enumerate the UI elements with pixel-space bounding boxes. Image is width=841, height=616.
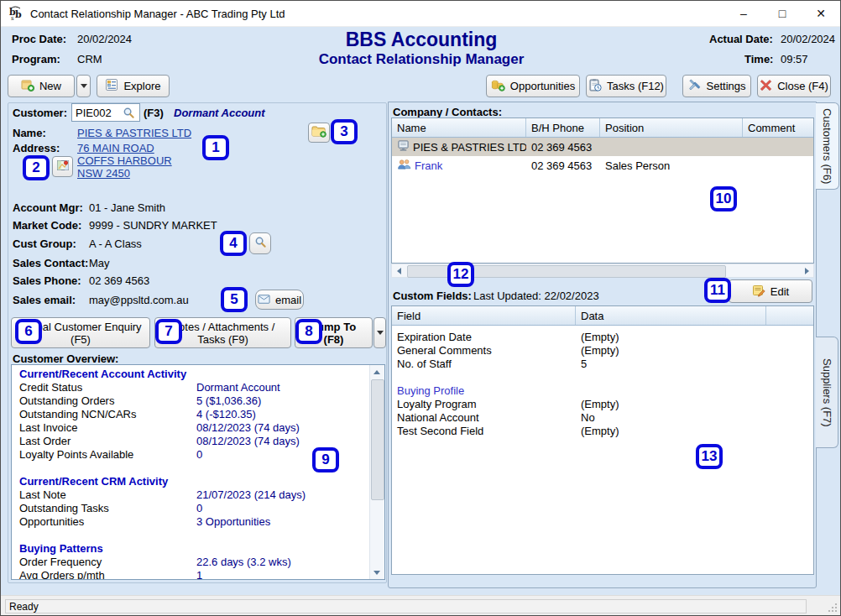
customer-overview-label: Customer Overview:	[13, 352, 118, 365]
settings-button[interactable]: Settings	[682, 75, 751, 97]
custom-field-row[interactable]: Loyalty Program(Empty)	[392, 397, 813, 410]
explore-icon	[105, 78, 118, 94]
window-controls: – □ ✕	[724, 1, 840, 26]
custom-field-row	[392, 370, 813, 384]
tab-suppliers[interactable]: Suppliers (F7)	[816, 337, 838, 448]
callout-4: 4	[220, 231, 247, 256]
contact-row-person[interactable]: Frank 02 369 4563 Sales Person	[392, 156, 813, 175]
callout-9: 9	[312, 447, 339, 472]
custom-fields-table: Field Data Expiration Date(Empty) Genera…	[391, 305, 814, 575]
new-button[interactable]: New	[8, 75, 75, 97]
email-button[interactable]: email	[255, 290, 304, 310]
minimize-button[interactable]: –	[724, 1, 763, 26]
column-header-field[interactable]: Field	[392, 306, 576, 325]
customer-name-link[interactable]: PIES & PASTRIES LTD	[77, 127, 191, 139]
callout-10: 10	[710, 186, 737, 211]
tasks-button[interactable]: Tasks (F12)	[586, 75, 666, 97]
custom-field-row[interactable]: Test Second Field(Empty)	[392, 424, 813, 437]
window-title: Contact Relationship Manager - ABC Tradi…	[30, 8, 285, 20]
scroll-up-arrow[interactable]	[370, 365, 384, 378]
account-status: Dormant Account	[174, 107, 265, 119]
maximize-button[interactable]: □	[763, 1, 802, 26]
company-contacts-label: Company / Contacts:	[393, 106, 502, 118]
custom-field-row-buying-profile[interactable]: Buying Profile	[392, 384, 813, 397]
close-icon	[760, 79, 772, 94]
chevron-down-icon	[377, 331, 384, 335]
custom-fields-last-updated: Last Updated: 22/02/2023	[473, 290, 599, 302]
scroll-down-arrow[interactable]	[370, 566, 384, 579]
contact-name: PIES & PASTRIES LTD	[413, 141, 526, 154]
actual-date-label: Actual Date:	[709, 33, 773, 45]
edit-icon	[752, 284, 765, 300]
contact-phone: 02 369 4563	[526, 159, 600, 172]
scroll-left-arrow[interactable]	[392, 264, 405, 277]
column-header-position[interactable]: Position	[600, 118, 743, 137]
callout-5: 5	[221, 287, 248, 312]
map-button[interactable]	[52, 156, 73, 177]
custom-field-row[interactable]: National AccountNo	[392, 410, 813, 424]
column-header-data[interactable]: Data	[576, 306, 766, 325]
edit-button-label: Edit	[770, 285, 789, 298]
name-label: Name:	[13, 127, 46, 139]
customer-code-field[interactable]	[71, 103, 140, 122]
column-header-phone[interactable]: B/H Phone	[526, 118, 600, 137]
overview-row: Outstanding Orders5 ($1,036.36)	[19, 394, 370, 408]
contact-row-company[interactable]: PIES & PASTRIES LTD 02 369 4563	[392, 138, 813, 156]
svg-text:s: s	[11, 15, 14, 21]
new-dropdown-button[interactable]	[76, 75, 91, 97]
customer-code-input[interactable]	[72, 107, 123, 119]
custom-field-row[interactable]: General Comments(Empty)	[392, 343, 813, 357]
close-f4-button[interactable]: Close (F4)	[757, 75, 831, 97]
overview-section-heading: Buying Patterns	[19, 542, 370, 556]
resize-grip[interactable]	[827, 602, 838, 615]
callout-2: 2	[23, 155, 50, 180]
program-label: Program:	[12, 53, 60, 65]
title-bar: b b s Contact Relationship Manager - ABC…	[1, 1, 840, 27]
custom-field-row[interactable]: Expiration Date(Empty)	[392, 330, 813, 343]
edit-custom-fields-button[interactable]: Edit	[729, 279, 812, 303]
account-mgr-value: 01 - Jane Smith	[89, 201, 165, 214]
new-contact-button[interactable]	[308, 123, 330, 143]
status-bar: Ready	[1, 595, 840, 616]
cust-group-value: A - A Class	[89, 238, 142, 250]
overview-row: Last Note21/07/2023 (214 days)	[19, 488, 370, 502]
opportunities-button[interactable]: Opportunities	[486, 75, 580, 97]
tab-customers[interactable]: Customers (F6)	[816, 102, 839, 190]
callout-1: 1	[202, 135, 229, 160]
app-title: BBS Accounting	[170, 29, 673, 51]
proc-date-value: 20/02/2024	[77, 33, 132, 45]
address-label: Address:	[13, 142, 60, 154]
contact-name-link[interactable]: Frank	[415, 159, 442, 172]
customer-label: Customer:	[13, 107, 67, 119]
custom-field-row[interactable]: No. of Staff5	[392, 357, 813, 370]
explore-button[interactable]: Explore	[97, 75, 170, 97]
search-icon[interactable]	[123, 107, 135, 119]
cust-group-search-button[interactable]	[249, 232, 271, 254]
callout-11: 11	[704, 278, 731, 303]
column-header-comment[interactable]: Comment	[743, 118, 813, 137]
column-header-extra	[766, 306, 813, 325]
cust-group-label: Cust Group:	[13, 238, 76, 250]
address-line-2-link[interactable]: COFFS HARBOUR	[77, 154, 172, 167]
scroll-thumb[interactable]	[371, 379, 384, 500]
address-line-1-link[interactable]: 76 MAIN ROAD	[77, 142, 154, 154]
close-window-button[interactable]: ✕	[802, 1, 840, 26]
svg-text:b: b	[15, 9, 22, 20]
callout-8: 8	[295, 319, 322, 344]
overview-scrollbar[interactable]	[369, 365, 384, 579]
overview-row: Credit StatusDormant Account	[19, 381, 370, 394]
market-code-value: 9999 - SUNDRY MARKET	[89, 219, 217, 232]
close-f4-label: Close (F4)	[777, 80, 828, 92]
sales-email-label: Sales email:	[13, 294, 76, 306]
address-line-3-link[interactable]: NSW 2450	[77, 167, 130, 180]
overview-row: Last Order08/12/2023 (74 days)	[19, 435, 370, 448]
contact-position: Sales Person	[600, 159, 743, 172]
status-message: Ready	[5, 599, 807, 613]
scroll-right-arrow[interactable]	[800, 264, 813, 277]
actual-date-value: 20/02/2024	[781, 33, 835, 45]
jump-to-dropdown-button[interactable]	[373, 317, 386, 348]
column-header-name[interactable]: Name	[392, 118, 526, 137]
time-label: Time:	[744, 53, 773, 65]
chevron-down-icon	[81, 84, 87, 88]
settings-label: Settings	[707, 80, 746, 92]
